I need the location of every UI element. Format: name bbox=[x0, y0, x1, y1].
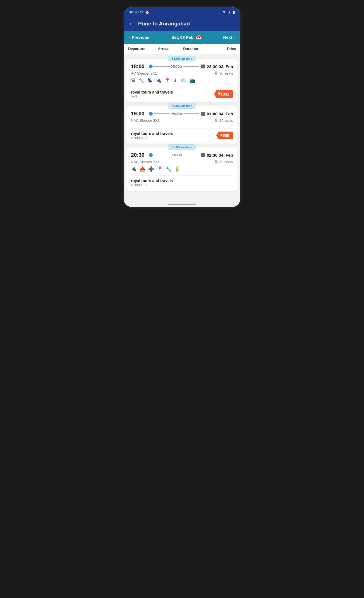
next-date-button[interactable]: Next › bbox=[223, 35, 235, 40]
duration-text-3: 06h00m bbox=[170, 153, 183, 157]
seats-1: 🪑 30 seats bbox=[214, 71, 233, 75]
status-bar: 10:36 🛡 ⏰ ▼ ▲ ▮ bbox=[124, 7, 240, 16]
wifi-icon: ▼ bbox=[222, 10, 226, 14]
chevron-right-icon: › bbox=[233, 35, 235, 40]
date-navigation: ‹ Previous Sat, 03 Feb 📅 Next › bbox=[124, 31, 240, 44]
bus-card-wrapper-3: 88.0% on time 20:30 06h00m 02:30 04, Feb bbox=[126, 147, 238, 191]
operator-name-1: royal tours and travels bbox=[131, 90, 173, 94]
on-time-badge-3: 88.0% on time bbox=[167, 144, 196, 150]
bus-card-wrapper-2: 88.0% on time 19:00 06h00m 01:00 04, Feb bbox=[126, 106, 238, 144]
on-time-badge-1: 88.0% on time bbox=[167, 56, 196, 61]
depart-dot-2 bbox=[149, 112, 153, 116]
app-bar: ← Pune to Aurangabad bbox=[124, 16, 240, 31]
bus-type-1: AC Sleeper 2X1 bbox=[131, 71, 157, 75]
depart-dot-3 bbox=[149, 153, 153, 157]
bus-list: 88.0% on time 18:00 05h30m 23:30 03, Feb bbox=[124, 54, 240, 200]
arrival-box-1: 23:30 03, Feb bbox=[201, 64, 233, 69]
amenity-firstaid-icon: ➕ bbox=[148, 166, 154, 172]
amenity-loc2-icon: 📍 bbox=[157, 166, 163, 172]
col-departure[interactable]: Departure bbox=[128, 47, 152, 51]
bus-type-row-3: NAC Sleeper 2X1 🪑 30 seats bbox=[131, 160, 233, 164]
operator-info-2: royal tours and travels chintamani bbox=[131, 131, 173, 140]
depart-time-2: 19:00 bbox=[131, 111, 148, 117]
arrival-box-2: 01:00 04, Feb bbox=[201, 111, 233, 116]
bus-card-2[interactable]: 19:00 06h00m 01:00 04, Feb NAC Sleeper 2… bbox=[126, 106, 238, 144]
current-date: Sat, 03 Feb 📅 bbox=[171, 35, 201, 40]
arrival-box-3: 02:30 04, Feb bbox=[201, 153, 233, 158]
date-text: Sat, 03 Feb bbox=[171, 35, 193, 40]
route-line-3: 06h00m bbox=[154, 155, 199, 155]
duration-text-2: 06h00m bbox=[170, 112, 183, 115]
amenity-trash-icon: 🗑 bbox=[131, 78, 136, 84]
arrival-time-3: 02:30 04, Feb bbox=[207, 153, 233, 158]
amenity-battery-icon: 🔋 bbox=[174, 166, 180, 172]
amenities-1: 🗑 🔧 💺 🔌 📍 🌡 💨 📺 bbox=[131, 78, 233, 84]
arrival-time-2: 01:00 04, Feb bbox=[207, 111, 233, 116]
amenity-charging2-icon: 🔌 bbox=[131, 166, 137, 172]
signal-icon: ▲ bbox=[228, 10, 231, 14]
route-row-2: 19:00 06h00m 01:00 04, Feb bbox=[131, 111, 233, 117]
bus-card-1[interactable]: 18:00 05h30m 23:30 03, Feb AC Sleeper 2X… bbox=[126, 59, 238, 102]
battery-icon: ▮ bbox=[233, 10, 235, 14]
operator-name-3: royal tours and travels bbox=[131, 178, 173, 183]
prev-label: Previous bbox=[132, 35, 149, 40]
seat-icon-1: 🪑 bbox=[214, 71, 218, 75]
home-bar bbox=[168, 204, 196, 205]
operator-row-3: royal tours and travels chintamani bbox=[131, 175, 233, 187]
duration-text-1: 05h30m bbox=[170, 65, 183, 68]
arrival-square-3 bbox=[201, 153, 205, 157]
no-amenities-2 bbox=[131, 125, 233, 128]
page-title: Pune to Aurangabad bbox=[138, 21, 190, 27]
seat-icon-3: 🪑 bbox=[214, 160, 218, 164]
col-duration[interactable]: Duration bbox=[176, 47, 206, 51]
bus-type-row-1: AC Sleeper 2X1 🪑 30 seats bbox=[131, 71, 233, 75]
operator-row-2: royal tours and travels chintamani ₹900 bbox=[131, 128, 233, 140]
on-time-badge-2: 88.0% on time bbox=[167, 103, 196, 109]
route-line-2: 06h00m bbox=[154, 113, 199, 114]
operator-info-3: royal tours and travels chintamani bbox=[131, 178, 173, 187]
operator-sub-1: royal bbox=[131, 94, 173, 98]
depart-time-1: 18:00 bbox=[131, 63, 148, 70]
col-arrival[interactable]: Arrival bbox=[152, 47, 176, 51]
amenity-charging-icon: 🔌 bbox=[156, 78, 162, 84]
col-price[interactable]: Price bbox=[206, 47, 236, 51]
bus-card-wrapper-1: 88.0% on time 18:00 05h30m 23:30 03, Feb bbox=[126, 59, 238, 102]
amenity-tv-icon: 📺 bbox=[189, 78, 195, 84]
depart-time-3: 20:30 bbox=[131, 152, 148, 158]
shield-icon: 🛡 bbox=[140, 10, 143, 14]
calendar-icon[interactable]: 📅 bbox=[196, 35, 201, 40]
arrival-square-1 bbox=[201, 65, 205, 68]
amenity-steps-icon: 📤 bbox=[140, 166, 145, 172]
operator-sub-3: chintamani bbox=[131, 183, 173, 187]
seats-3: 🪑 30 seats bbox=[214, 160, 233, 164]
seat-icon-2: 🪑 bbox=[214, 118, 218, 123]
amenity-location-icon: 📍 bbox=[164, 78, 170, 84]
chevron-left-icon: ‹ bbox=[129, 35, 131, 40]
depart-dot-1 bbox=[149, 65, 153, 68]
bus-type-row-2: NAC Sleeper 2X1 🪑 29 seats bbox=[131, 118, 233, 123]
bus-card-3[interactable]: 20:30 06h00m 02:30 04, Feb NAC Sleeper 2… bbox=[126, 147, 238, 191]
amenity-fan-icon: 💨 bbox=[181, 78, 186, 84]
amenity-wrench-icon: 🔧 bbox=[138, 78, 144, 84]
home-indicator bbox=[124, 200, 240, 207]
operator-sub-2: chintamani bbox=[131, 136, 173, 140]
back-button[interactable]: ← bbox=[129, 20, 134, 27]
amenities-3: 🔌 📤 ➕ 📍 🔧 🔋 bbox=[131, 166, 233, 172]
price-tag-1[interactable]: ₹1831 bbox=[214, 90, 233, 98]
next-label: Next bbox=[223, 35, 232, 40]
amenity-tool-icon: 🔧 bbox=[166, 166, 171, 172]
arrival-square-2 bbox=[201, 112, 205, 116]
seats-2: 🪑 29 seats bbox=[214, 118, 233, 123]
column-headers: Departure Arrival Duration Price bbox=[124, 44, 240, 54]
route-line-1: 05h30m bbox=[154, 66, 199, 67]
amenity-ac-icon: 🌡 bbox=[173, 78, 178, 84]
phone-frame: 10:36 🛡 ⏰ ▼ ▲ ▮ ← Pune to Aurangabad ‹ P… bbox=[122, 6, 242, 209]
bus-type-3: NAC Sleeper 2X1 bbox=[131, 160, 160, 164]
route-row-3: 20:30 06h00m 02:30 04, Feb bbox=[131, 152, 233, 158]
route-row-1: 18:00 05h30m 23:30 03, Feb bbox=[131, 63, 233, 70]
operator-name-2: royal tours and travels bbox=[131, 131, 173, 136]
prev-date-button[interactable]: ‹ Previous bbox=[129, 35, 149, 40]
status-time: 10:36 bbox=[129, 10, 138, 14]
price-tag-2[interactable]: ₹900 bbox=[216, 132, 233, 139]
operator-info-1: royal tours and travels royal bbox=[131, 90, 173, 98]
